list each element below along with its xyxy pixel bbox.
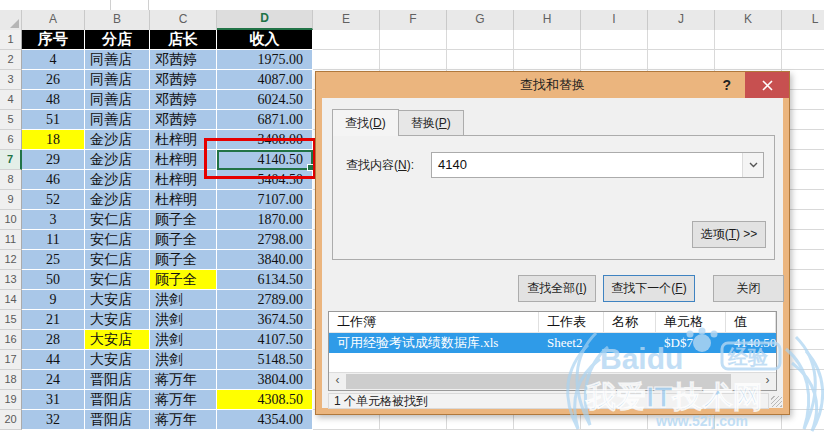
cell-B17[interactable]: 大安店	[85, 350, 150, 370]
find-all-button[interactable]: 查找全部(I)	[518, 275, 596, 302]
cell-A7[interactable]: 29	[22, 150, 85, 170]
cell-A20[interactable]: 32	[22, 410, 85, 430]
cell-B20[interactable]: 晋阳店	[85, 410, 150, 430]
options-button[interactable]: 选项(T) >>	[692, 221, 766, 248]
cell-A9[interactable]: 52	[22, 190, 85, 210]
row-header-9[interactable]: 9	[0, 190, 22, 210]
close-dialog-button[interactable]: 关闭	[713, 275, 784, 302]
cell-E1[interactable]	[313, 30, 380, 50]
column-header-H[interactable]: H	[514, 10, 581, 30]
cell-I2[interactable]	[581, 50, 648, 70]
cell-D4[interactable]: 6024.50	[217, 90, 313, 110]
cell-I1[interactable]	[581, 30, 648, 50]
cell-D3[interactable]: 4087.00	[217, 70, 313, 90]
cell-B14[interactable]: 大安店	[85, 290, 150, 310]
horizontal-scrollbar[interactable]: ‹ ›	[329, 372, 776, 390]
row-header-5[interactable]: 5	[0, 110, 22, 130]
cell-F1[interactable]	[380, 30, 447, 50]
cell-E2[interactable]	[313, 50, 380, 70]
cell-A6[interactable]: 18	[22, 130, 85, 150]
cell-B2[interactable]: 同善店	[85, 50, 150, 70]
find-what-value[interactable]: 4140	[438, 153, 467, 177]
row-header-3[interactable]: 3	[0, 70, 22, 90]
cell-B1[interactable]: 分店	[85, 30, 150, 50]
tab-replace[interactable]: 替换(P)	[399, 110, 464, 136]
cell-F2[interactable]	[380, 50, 447, 70]
column-header-A[interactable]: A	[22, 10, 85, 30]
column-header-I[interactable]: I	[581, 10, 648, 30]
scroll-left-arrow-icon[interactable]: ‹	[329, 373, 346, 390]
cell-D13[interactable]: 6134.50	[217, 270, 313, 290]
select-all-corner[interactable]	[0, 10, 22, 30]
scrollbar-thumb[interactable]	[346, 374, 731, 389]
cell-G2[interactable]	[447, 50, 514, 70]
row-header-2[interactable]: 2	[0, 50, 22, 70]
column-header-L[interactable]: L	[782, 10, 824, 30]
cell-C2[interactable]: 邓茜婷	[150, 50, 217, 70]
cell-C9[interactable]: 杜梓明	[150, 190, 217, 210]
results-header-workbook[interactable]: 工作簿	[329, 312, 539, 332]
cell-C5[interactable]: 邓茜婷	[150, 110, 217, 130]
cell-B19[interactable]: 晋阳店	[85, 390, 150, 410]
results-header-sheet[interactable]: 工作表	[539, 312, 604, 332]
cell-D9[interactable]: 7107.00	[217, 190, 313, 210]
cell-A16[interactable]: 28	[22, 330, 85, 350]
cell-A12[interactable]: 25	[22, 250, 85, 270]
cell-A19[interactable]: 31	[22, 390, 85, 410]
row-header-6[interactable]: 6	[0, 130, 22, 150]
cell-L1[interactable]	[782, 30, 824, 50]
combobox-dropdown-button[interactable]	[742, 153, 763, 177]
row-header-8[interactable]: 8	[0, 170, 22, 190]
cell-B5[interactable]: 同善店	[85, 110, 150, 130]
cell-D15[interactable]: 3674.50	[217, 310, 313, 330]
cell-A13[interactable]: 50	[22, 270, 85, 290]
find-next-button[interactable]: 查找下一个(F)	[603, 275, 695, 302]
resize-grip[interactable]	[771, 396, 782, 407]
cell-B15[interactable]: 大安店	[85, 310, 150, 330]
cell-B16[interactable]: 大安店	[85, 330, 150, 350]
cell-C12[interactable]: 顾子全	[150, 250, 217, 270]
cell-C13[interactable]: 顾子全	[150, 270, 217, 290]
column-header-F[interactable]: F	[380, 10, 447, 30]
close-button[interactable]	[745, 72, 789, 98]
results-header-value[interactable]: 值	[726, 312, 776, 332]
cell-A2[interactable]: 4	[22, 50, 85, 70]
cell-K1[interactable]	[715, 30, 782, 50]
column-header-E[interactable]: E	[313, 10, 380, 30]
cell-C17[interactable]: 洪剑	[150, 350, 217, 370]
cell-D2[interactable]: 1975.00	[217, 50, 313, 70]
cell-K2[interactable]	[715, 50, 782, 70]
cell-D14[interactable]: 2789.00	[217, 290, 313, 310]
cell-A14[interactable]: 9	[22, 290, 85, 310]
cell-J2[interactable]	[648, 50, 715, 70]
tab-find[interactable]: 查找(D)	[332, 109, 399, 136]
row-header-4[interactable]: 4	[0, 90, 22, 110]
row-header-16[interactable]: 16	[0, 330, 22, 350]
cell-A17[interactable]: 44	[22, 350, 85, 370]
cell-B13[interactable]: 安仁店	[85, 270, 150, 290]
cell-C1[interactable]: 店长	[150, 30, 217, 50]
results-header-cell[interactable]: 单元格	[656, 312, 726, 332]
column-header-K[interactable]: K	[715, 10, 782, 30]
cell-C14[interactable]: 洪剑	[150, 290, 217, 310]
column-header-C[interactable]: C	[150, 10, 217, 30]
cell-L2[interactable]	[782, 50, 824, 70]
cell-D5[interactable]: 6871.00	[217, 110, 313, 130]
cell-H2[interactable]	[514, 50, 581, 70]
cell-A5[interactable]: 51	[22, 110, 85, 130]
find-what-combobox[interactable]: 4140	[431, 152, 764, 178]
row-header-10[interactable]: 10	[0, 210, 22, 230]
cell-A18[interactable]: 24	[22, 370, 85, 390]
cell-H1[interactable]	[514, 30, 581, 50]
column-header-G[interactable]: G	[447, 10, 514, 30]
cell-B11[interactable]: 安仁店	[85, 230, 150, 250]
row-header-19[interactable]: 19	[0, 390, 22, 410]
help-button[interactable]: ?	[722, 72, 731, 98]
cell-D16[interactable]: 4107.50	[217, 330, 313, 350]
cell-D10[interactable]: 1870.00	[217, 210, 313, 230]
cell-B12[interactable]: 安仁店	[85, 250, 150, 270]
cell-G1[interactable]	[447, 30, 514, 50]
cell-B7[interactable]: 金沙店	[85, 150, 150, 170]
result-row[interactable]: 可用经验考试成绩数据库.xls Sheet2 $D$7 4140.50	[329, 333, 776, 353]
column-header-B[interactable]: B	[85, 10, 150, 30]
